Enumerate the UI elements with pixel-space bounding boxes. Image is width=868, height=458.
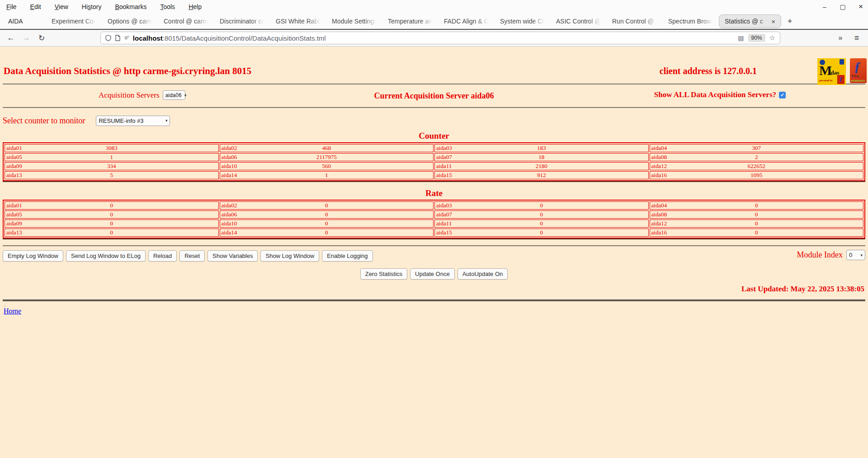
show-log-window-button[interactable]: Show Log Window: [260, 250, 319, 262]
shield-icon[interactable]: [105, 35, 111, 41]
maximize-icon[interactable]: ▢: [839, 3, 846, 10]
last-updated-text: Last Updated: May 22, 2025 13:38:05: [0, 285, 868, 294]
hamburger-menu-icon[interactable]: ≡: [850, 33, 863, 43]
stat-row: aida013083aida02468aida03183aida04307: [5, 144, 863, 152]
divider: [3, 299, 865, 301]
counter-select[interactable]: RESUME-info #3 ▾: [96, 116, 170, 126]
stat-cell: aida120: [650, 220, 864, 228]
stat-cell: aida062117975: [220, 153, 434, 161]
stat-cell: aida141: [220, 171, 434, 179]
minimize-icon[interactable]: –: [821, 3, 828, 10]
send-log-window-to-elog-button[interactable]: Send Log Window to ELog: [66, 250, 146, 262]
channel-name: aida06: [222, 211, 237, 218]
acquisition-server-value: aida06: [165, 92, 182, 98]
update-once-button[interactable]: Update Once: [410, 268, 455, 280]
channel-name: aida06: [222, 154, 237, 161]
tab-3[interactable]: Control @ carm: [158, 14, 214, 28]
midas-logo[interactable]: M idas powered by ƒ: [817, 58, 846, 85]
acquisition-server-select[interactable]: aida06 ▾: [163, 90, 185, 100]
show-all-checkbox[interactable]: ✓: [779, 92, 786, 98]
reload-icon[interactable]: ↻: [35, 33, 48, 43]
new-tab-button[interactable]: +: [788, 17, 793, 26]
stat-cell: aida160: [650, 229, 864, 237]
tab-label: Run Control @ c: [612, 18, 657, 25]
menu-help[interactable]: Help: [189, 3, 202, 10]
stat-row: aida010aida020aida030aida040: [5, 201, 863, 210]
channel-name: aida03: [436, 202, 452, 209]
tab-6[interactable]: Module Settings: [326, 14, 382, 28]
channel-value: 0: [650, 229, 863, 236]
url-bar[interactable]: ≡° localhost:8015/DataAcquisitionControl…: [100, 32, 780, 44]
tab-11[interactable]: Run Control @ c: [607, 14, 663, 28]
permissions-icon[interactable]: ≡°: [124, 35, 129, 41]
tab-4[interactable]: Discriminator co: [214, 14, 270, 28]
tab-10[interactable]: ASIC Control @: [551, 14, 607, 28]
empty-log-window-button[interactable]: Empty Log Window: [3, 250, 63, 262]
stat-cell: aida030: [434, 201, 649, 210]
channel-value: 0: [5, 220, 218, 227]
menu-edit[interactable]: Edit: [30, 3, 41, 10]
zero-statistics-button[interactable]: Zero Statistics: [360, 268, 407, 280]
tab-8[interactable]: FADC Align & C: [439, 14, 495, 28]
home-link[interactable]: Home: [4, 307, 21, 315]
close-icon[interactable]: ×: [857, 2, 864, 11]
stat-cell: aida100: [220, 220, 434, 228]
reader-mode-icon[interactable]: ▤: [738, 34, 744, 42]
url-input[interactable]: localhost:8015/DataAcquisitionControl/Da…: [133, 34, 734, 42]
channel-value: 0: [220, 229, 434, 236]
tab-7[interactable]: Temperature an: [382, 14, 439, 28]
stat-cell: aida02468: [220, 144, 434, 152]
reset-button[interactable]: Reset: [179, 250, 205, 262]
tab-2[interactable]: Options @ carm: [102, 14, 158, 28]
forward-icon[interactable]: →: [20, 33, 33, 42]
menu-history[interactable]: History: [82, 3, 102, 10]
tab-12[interactable]: Spectrum Brow: [663, 14, 719, 28]
tab-1[interactable]: Experiment Con: [46, 14, 102, 28]
log-buttons: Empty Log WindowSend Log Window to ELogR…: [3, 250, 373, 262]
counter-select-row: Select counter to monitor RESUME-info #3…: [0, 115, 868, 126]
back-icon[interactable]: ←: [5, 33, 17, 42]
divider: [3, 84, 865, 84]
overflow-menu-icon[interactable]: »: [834, 34, 847, 42]
tab-5[interactable]: GSI White Rabb: [270, 14, 326, 28]
enable-logging-button[interactable]: Enable Logging: [322, 250, 373, 262]
stat-cell: aida110: [434, 220, 649, 228]
stat-cell: aida0718: [434, 153, 649, 161]
chevron-down-icon: ▾: [860, 253, 863, 257]
bookmark-star-icon[interactable]: ☆: [769, 34, 775, 42]
module-index-value: 0: [849, 252, 852, 258]
menu-bookmarks[interactable]: Bookmarks: [115, 3, 146, 10]
acquisition-servers-row: Acquisition Servers aida06 ▾ Current Acq…: [0, 90, 868, 101]
stat-cell: aida10560: [220, 162, 434, 170]
autoupdate-on-button[interactable]: AutoUpdate On: [458, 268, 508, 280]
menu-view[interactable]: View: [55, 3, 68, 10]
stat-cell: aida010: [5, 201, 219, 210]
channel-value: 2117975: [220, 154, 434, 161]
tab-close-icon[interactable]: ×: [771, 18, 775, 25]
channel-name: aida13: [6, 172, 22, 179]
channel-name: aida10: [222, 163, 237, 170]
show-variables-button[interactable]: Show Variables: [208, 250, 258, 262]
tcl-powered-logo[interactable]: ƒ TCL POWERED: [850, 58, 867, 83]
channel-value: 2: [650, 154, 863, 161]
reload-button[interactable]: Reload: [148, 250, 177, 262]
channel-name: aida12: [651, 163, 667, 170]
channel-value: 0: [5, 211, 218, 218]
menu-items: FileEditViewHistoryBookmarksToolsHelp: [6, 3, 202, 10]
dot-text: .: [0, 303, 868, 306]
acquisition-servers-group: Acquisition Servers aida06 ▾: [99, 90, 185, 100]
channel-name: aida05: [6, 211, 22, 218]
page-info-icon[interactable]: [115, 35, 120, 41]
menu-file[interactable]: File: [6, 3, 17, 10]
module-index-group: Module Index 0 ▾: [797, 250, 865, 260]
menu-tools[interactable]: Tools: [160, 3, 175, 10]
rate-heading: Rate: [0, 188, 868, 198]
show-all-label: Show ALL Data Acquisition Servers?: [654, 90, 776, 99]
tab-9[interactable]: System wide Ch: [495, 14, 551, 28]
url-domain: localhost: [133, 34, 163, 42]
module-index-select[interactable]: 0 ▾: [846, 250, 865, 260]
zoom-level-badge[interactable]: 90%: [748, 34, 765, 42]
tab-0[interactable]: AIDA: [3, 14, 46, 28]
stat-cell: aida020: [220, 201, 434, 210]
tab-13[interactable]: Statistics @ c×: [719, 14, 781, 28]
